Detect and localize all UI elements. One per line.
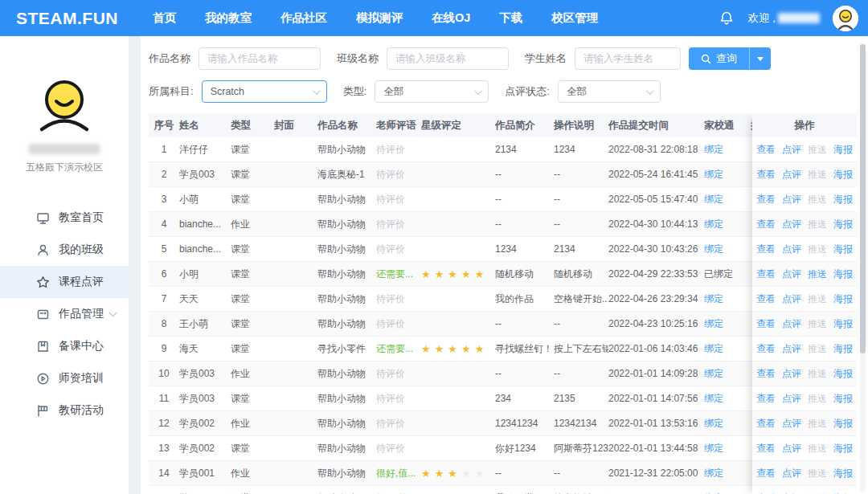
cell-index: 8 [149,318,179,329]
view-link[interactable]: 查看 [756,143,776,157]
vertical-scrollbar[interactable] [860,43,866,492]
nav-online-oj[interactable]: 在线OJ [432,10,470,26]
nav-home[interactable]: 首页 [153,10,176,26]
cell-work-intro: 234 [495,393,554,404]
class-name-input[interactable]: 请输入班级名称 [387,47,509,70]
cell-instructions: 2134 [554,243,608,255]
poster-link[interactable]: 海报 [833,467,853,480]
view-link[interactable]: 查看 [756,193,776,206]
nav-mock-evaluation[interactable]: 模拟测评 [356,10,403,26]
nav-works-community[interactable]: 作品社区 [280,10,327,26]
review-status-select[interactable]: 全部 [558,80,661,103]
poster-link[interactable]: 海报 [833,392,853,406]
view-link[interactable]: 查看 [756,218,776,231]
review-link[interactable]: 点评 [782,168,801,182]
review-link[interactable]: 点评 [782,193,801,206]
poster-link[interactable]: 海报 [833,292,853,306]
cell-instructions: 按空格键开始 [554,492,608,494]
poster-link[interactable]: 海报 [833,243,853,256]
view-link[interactable]: 查看 [756,492,776,494]
bind-link[interactable]: 绑定 [704,144,723,155]
bind-link[interactable]: 绑定 [704,218,723,230]
sidebar-item-classroom-home[interactable]: 教室首页 [0,202,129,234]
sidebar-item-lesson-prep-center[interactable]: 备课中心 [0,330,129,362]
review-link[interactable]: 点评 [782,417,801,431]
poster-link[interactable]: 海报 [833,342,853,356]
bind-link[interactable]: 绑定 [704,418,723,429]
review-link[interactable]: 点评 [782,467,801,480]
review-link[interactable]: 点评 [782,492,801,494]
review-link[interactable]: 点评 [782,143,801,157]
view-link[interactable]: 查看 [756,367,776,381]
poster-link[interactable]: 海报 [833,193,853,206]
nav-my-classroom[interactable]: 我的教室 [205,10,252,26]
sidebar-item-teacher-training[interactable]: 师资培训 [0,362,129,394]
review-link[interactable]: 点评 [782,267,801,281]
sidebar-item-course-review[interactable]: 课程点评 [0,266,129,298]
star-icon: ★ [421,467,431,480]
view-link[interactable]: 查看 [756,292,776,306]
work-name-input[interactable]: 请输入作品名称 [199,47,321,70]
bind-link[interactable]: 绑定 [704,243,723,255]
view-link[interactable]: 查看 [756,243,776,256]
comment-text: 待评价 [376,418,405,429]
review-link[interactable]: 点评 [782,243,801,256]
bell-icon[interactable] [719,10,735,27]
poster-link[interactable]: 海报 [833,267,853,281]
poster-link[interactable]: 海报 [833,143,853,157]
view-link[interactable]: 查看 [756,442,776,455]
student-name-input[interactable]: 请输入学生姓名 [575,47,681,70]
sidebar-item-works-management[interactable]: 作品管理 [0,298,129,330]
bind-link[interactable]: 绑定 [704,343,723,354]
review-link[interactable]: 点评 [782,367,801,381]
poster-link[interactable]: 海报 [833,168,853,182]
review-link[interactable]: 点评 [782,218,801,231]
subject-select[interactable]: Scratch [202,80,327,103]
comment-text: 待评价 [376,243,405,255]
bind-link[interactable]: 绑定 [704,194,723,205]
bind-link[interactable]: 绑定 [704,368,723,379]
cell-home-school: 绑定 [704,492,751,494]
view-link[interactable]: 查看 [756,267,776,281]
view-link[interactable]: 查看 [756,168,776,182]
type-select[interactable]: 全部 [375,80,489,103]
review-link[interactable]: 点评 [782,442,801,455]
cell-submit-time: 2022-01-01 13:44:58 [608,443,704,454]
actions-row: 查看点评推送海报 [752,137,857,162]
review-link[interactable]: 点评 [782,317,801,331]
cell-index: 5 [149,243,179,255]
bind-link[interactable]: 绑定 [704,467,723,479]
nav-download[interactable]: 下载 [499,10,522,26]
review-link[interactable]: 点评 [782,342,801,356]
bind-link[interactable]: 绑定 [704,169,723,180]
poster-link[interactable]: 海报 [833,218,853,231]
bind-link[interactable]: 绑定 [704,293,723,304]
bind-link[interactable]: 绑定 [704,318,723,329]
review-link[interactable]: 点评 [782,292,801,306]
cell-work-name: 寻找小零件 [317,342,376,356]
nav-campus-admin[interactable]: 校区管理 [551,10,598,26]
sidebar-item-my-classes[interactable]: 我的班级 [0,234,129,266]
poster-link[interactable]: 海报 [833,317,853,331]
poster-link[interactable]: 海报 [833,367,853,381]
review-link[interactable]: 点评 [782,392,801,406]
poster-link[interactable]: 海报 [833,417,853,431]
view-link[interactable]: 查看 [756,467,776,480]
view-link[interactable]: 查看 [756,392,776,406]
poster-link[interactable]: 海报 [833,442,853,455]
sidebar-item-research-activities[interactable]: 教研活动 [0,394,129,427]
search-dropdown-button[interactable] [749,47,771,70]
user-avatar[interactable] [833,6,858,31]
bind-link[interactable]: 绑定 [704,393,723,404]
cell-student-name: 学员003 [179,168,231,182]
push-link[interactable]: 推送 [808,267,827,281]
poster-link[interactable]: 海报 [833,492,853,494]
view-link[interactable]: 查看 [756,317,776,331]
view-link[interactable]: 查看 [756,417,776,431]
search-button[interactable]: 查询 [689,47,749,70]
cell-teacher-comment: 待评价 [376,243,421,256]
scrollbar-thumb[interactable] [860,44,866,353]
view-link[interactable]: 查看 [756,342,776,356]
cell-student-name: 洋仔仔 [179,143,231,157]
bind-link[interactable]: 绑定 [704,443,723,454]
